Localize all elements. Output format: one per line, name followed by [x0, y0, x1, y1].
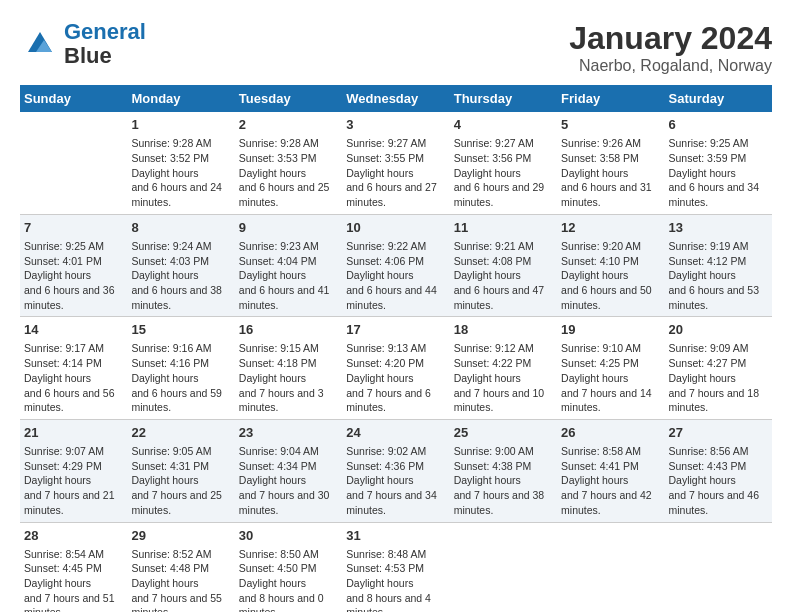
- day-cell: 28 Sunrise: 8:54 AM Sunset: 4:45 PM Dayl…: [20, 522, 127, 612]
- day-info: Sunrise: 9:17 AM Sunset: 4:14 PM Dayligh…: [24, 341, 123, 414]
- day-number: 14: [24, 321, 123, 339]
- day-info: Sunrise: 8:56 AM Sunset: 4:43 PM Dayligh…: [669, 444, 768, 517]
- day-info: Sunrise: 9:00 AM Sunset: 4:38 PM Dayligh…: [454, 444, 553, 517]
- day-cell: 26 Sunrise: 8:58 AM Sunset: 4:41 PM Dayl…: [557, 419, 664, 522]
- day-cell: 15 Sunrise: 9:16 AM Sunset: 4:16 PM Dayl…: [127, 317, 234, 420]
- day-cell: 20 Sunrise: 9:09 AM Sunset: 4:27 PM Dayl…: [665, 317, 772, 420]
- day-number: 12: [561, 219, 660, 237]
- day-number: 1: [131, 116, 230, 134]
- day-number: 15: [131, 321, 230, 339]
- day-cell: 31 Sunrise: 8:48 AM Sunset: 4:53 PM Dayl…: [342, 522, 449, 612]
- day-header-wednesday: Wednesday: [342, 85, 449, 112]
- day-info: Sunrise: 8:54 AM Sunset: 4:45 PM Dayligh…: [24, 547, 123, 612]
- day-cell: 24 Sunrise: 9:02 AM Sunset: 4:36 PM Dayl…: [342, 419, 449, 522]
- day-header-tuesday: Tuesday: [235, 85, 342, 112]
- day-number: 24: [346, 424, 445, 442]
- day-info: Sunrise: 9:26 AM Sunset: 3:58 PM Dayligh…: [561, 136, 660, 209]
- day-number: 10: [346, 219, 445, 237]
- day-number: 9: [239, 219, 338, 237]
- day-cell: 29 Sunrise: 8:52 AM Sunset: 4:48 PM Dayl…: [127, 522, 234, 612]
- day-number: 7: [24, 219, 123, 237]
- day-cell: 10 Sunrise: 9:22 AM Sunset: 4:06 PM Dayl…: [342, 214, 449, 317]
- day-header-thursday: Thursday: [450, 85, 557, 112]
- day-header-monday: Monday: [127, 85, 234, 112]
- day-info: Sunrise: 9:07 AM Sunset: 4:29 PM Dayligh…: [24, 444, 123, 517]
- day-cell: 22 Sunrise: 9:05 AM Sunset: 4:31 PM Dayl…: [127, 419, 234, 522]
- day-info: Sunrise: 9:13 AM Sunset: 4:20 PM Dayligh…: [346, 341, 445, 414]
- day-info: Sunrise: 8:48 AM Sunset: 4:53 PM Dayligh…: [346, 547, 445, 612]
- day-cell: 27 Sunrise: 8:56 AM Sunset: 4:43 PM Dayl…: [665, 419, 772, 522]
- day-info: Sunrise: 9:21 AM Sunset: 4:08 PM Dayligh…: [454, 239, 553, 312]
- day-info: Sunrise: 8:50 AM Sunset: 4:50 PM Dayligh…: [239, 547, 338, 612]
- day-info: Sunrise: 9:16 AM Sunset: 4:16 PM Dayligh…: [131, 341, 230, 414]
- header: General Blue January 2024 Naerbo, Rogala…: [20, 20, 772, 75]
- day-cell: 25 Sunrise: 9:00 AM Sunset: 4:38 PM Dayl…: [450, 419, 557, 522]
- day-info: Sunrise: 9:15 AM Sunset: 4:18 PM Dayligh…: [239, 341, 338, 414]
- day-cell: 14 Sunrise: 9:17 AM Sunset: 4:14 PM Dayl…: [20, 317, 127, 420]
- day-cell: 16 Sunrise: 9:15 AM Sunset: 4:18 PM Dayl…: [235, 317, 342, 420]
- day-cell: 9 Sunrise: 9:23 AM Sunset: 4:04 PM Dayli…: [235, 214, 342, 317]
- day-number: 8: [131, 219, 230, 237]
- week-row-1: 1 Sunrise: 9:28 AM Sunset: 3:52 PM Dayli…: [20, 112, 772, 214]
- day-number: 5: [561, 116, 660, 134]
- day-cell: 3 Sunrise: 9:27 AM Sunset: 3:55 PM Dayli…: [342, 112, 449, 214]
- day-number: 27: [669, 424, 768, 442]
- day-info: Sunrise: 9:05 AM Sunset: 4:31 PM Dayligh…: [131, 444, 230, 517]
- day-number: 29: [131, 527, 230, 545]
- day-number: 28: [24, 527, 123, 545]
- day-info: Sunrise: 9:25 AM Sunset: 4:01 PM Dayligh…: [24, 239, 123, 312]
- day-cell: [665, 522, 772, 612]
- day-info: Sunrise: 9:10 AM Sunset: 4:25 PM Dayligh…: [561, 341, 660, 414]
- day-cell: 19 Sunrise: 9:10 AM Sunset: 4:25 PM Dayl…: [557, 317, 664, 420]
- week-row-3: 14 Sunrise: 9:17 AM Sunset: 4:14 PM Dayl…: [20, 317, 772, 420]
- day-number: 20: [669, 321, 768, 339]
- day-number: 25: [454, 424, 553, 442]
- day-number: 21: [24, 424, 123, 442]
- day-cell: 17 Sunrise: 9:13 AM Sunset: 4:20 PM Dayl…: [342, 317, 449, 420]
- subtitle: Naerbo, Rogaland, Norway: [569, 57, 772, 75]
- day-number: 16: [239, 321, 338, 339]
- day-cell: [557, 522, 664, 612]
- day-cell: 2 Sunrise: 9:28 AM Sunset: 3:53 PM Dayli…: [235, 112, 342, 214]
- day-number: 4: [454, 116, 553, 134]
- day-info: Sunrise: 9:19 AM Sunset: 4:12 PM Dayligh…: [669, 239, 768, 312]
- day-cell: 30 Sunrise: 8:50 AM Sunset: 4:50 PM Dayl…: [235, 522, 342, 612]
- day-number: 2: [239, 116, 338, 134]
- main-title: January 2024: [569, 20, 772, 57]
- day-info: Sunrise: 9:20 AM Sunset: 4:10 PM Dayligh…: [561, 239, 660, 312]
- day-cell: 13 Sunrise: 9:19 AM Sunset: 4:12 PM Dayl…: [665, 214, 772, 317]
- day-cell: 23 Sunrise: 9:04 AM Sunset: 4:34 PM Dayl…: [235, 419, 342, 522]
- day-number: 26: [561, 424, 660, 442]
- logo-icon: [20, 24, 60, 64]
- day-cell: 4 Sunrise: 9:27 AM Sunset: 3:56 PM Dayli…: [450, 112, 557, 214]
- week-row-5: 28 Sunrise: 8:54 AM Sunset: 4:45 PM Dayl…: [20, 522, 772, 612]
- day-number: 3: [346, 116, 445, 134]
- day-cell: 8 Sunrise: 9:24 AM Sunset: 4:03 PM Dayli…: [127, 214, 234, 317]
- day-header-saturday: Saturday: [665, 85, 772, 112]
- day-info: Sunrise: 9:09 AM Sunset: 4:27 PM Dayligh…: [669, 341, 768, 414]
- day-number: 23: [239, 424, 338, 442]
- day-number: 30: [239, 527, 338, 545]
- logo-text: General Blue: [64, 20, 146, 68]
- header-row: SundayMondayTuesdayWednesdayThursdayFrid…: [20, 85, 772, 112]
- day-cell: 21 Sunrise: 9:07 AM Sunset: 4:29 PM Dayl…: [20, 419, 127, 522]
- day-info: Sunrise: 9:22 AM Sunset: 4:06 PM Dayligh…: [346, 239, 445, 312]
- day-cell: [20, 112, 127, 214]
- week-row-4: 21 Sunrise: 9:07 AM Sunset: 4:29 PM Dayl…: [20, 419, 772, 522]
- day-cell: 1 Sunrise: 9:28 AM Sunset: 3:52 PM Dayli…: [127, 112, 234, 214]
- day-info: Sunrise: 9:25 AM Sunset: 3:59 PM Dayligh…: [669, 136, 768, 209]
- day-info: Sunrise: 9:12 AM Sunset: 4:22 PM Dayligh…: [454, 341, 553, 414]
- day-cell: 6 Sunrise: 9:25 AM Sunset: 3:59 PM Dayli…: [665, 112, 772, 214]
- day-cell: 11 Sunrise: 9:21 AM Sunset: 4:08 PM Dayl…: [450, 214, 557, 317]
- day-header-sunday: Sunday: [20, 85, 127, 112]
- day-info: Sunrise: 9:24 AM Sunset: 4:03 PM Dayligh…: [131, 239, 230, 312]
- day-number: 22: [131, 424, 230, 442]
- day-cell: 18 Sunrise: 9:12 AM Sunset: 4:22 PM Dayl…: [450, 317, 557, 420]
- day-number: 18: [454, 321, 553, 339]
- title-area: January 2024 Naerbo, Rogaland, Norway: [569, 20, 772, 75]
- day-number: 6: [669, 116, 768, 134]
- day-cell: 12 Sunrise: 9:20 AM Sunset: 4:10 PM Dayl…: [557, 214, 664, 317]
- day-info: Sunrise: 8:52 AM Sunset: 4:48 PM Dayligh…: [131, 547, 230, 612]
- week-row-2: 7 Sunrise: 9:25 AM Sunset: 4:01 PM Dayli…: [20, 214, 772, 317]
- day-info: Sunrise: 9:28 AM Sunset: 3:53 PM Dayligh…: [239, 136, 338, 209]
